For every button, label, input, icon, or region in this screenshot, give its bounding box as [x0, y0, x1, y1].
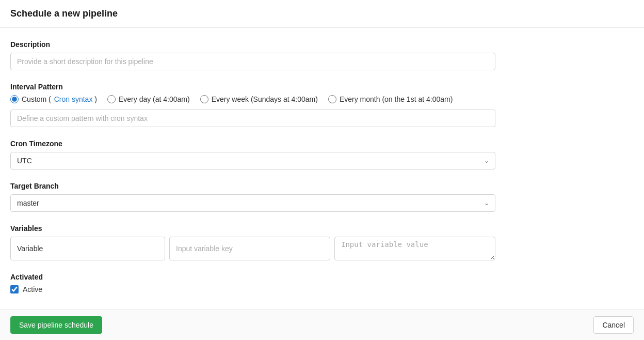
radio-monthly[interactable]	[328, 95, 336, 103]
section-divider	[0, 27, 644, 28]
variables-section: Variables	[10, 224, 634, 260]
description-input[interactable]	[10, 53, 495, 70]
cron-pattern-input[interactable]	[10, 110, 495, 127]
active-label: Active	[23, 285, 42, 293]
activated-label: Activated	[10, 273, 634, 281]
variable-value-input[interactable]	[334, 237, 495, 260]
variables-label: Variables	[10, 224, 634, 233]
active-checkbox[interactable]	[10, 285, 19, 293]
radio-custom[interactable]	[10, 95, 19, 103]
timezone-label: Cron Timezone	[10, 140, 634, 148]
interval-label: Interval Pattern	[10, 83, 634, 91]
cancel-button[interactable]: Cancel	[593, 316, 634, 334]
page-title: Schedule a new pipeline	[10, 8, 634, 19]
radio-option-custom[interactable]: Custom ( Cron syntax )	[10, 95, 97, 103]
branch-label: Target Branch	[10, 182, 634, 190]
interval-radio-group: Custom ( Cron syntax ) Every day (at 4:0…	[10, 95, 634, 103]
radio-weekly-label: Every week (Sundays at 4:00am)	[212, 95, 318, 103]
radio-monthly-label: Every month (on the 1st at 4:00am)	[340, 95, 453, 103]
variables-row	[10, 237, 495, 260]
branch-select-wrapper: master main develop staging ⌄	[10, 194, 495, 212]
timezone-select[interactable]: UTC America/New_York America/Los_Angeles…	[10, 152, 495, 169]
radio-option-monthly[interactable]: Every month (on the 1st at 4:00am)	[328, 95, 453, 103]
radio-daily-label: Every day (at 4:00am)	[119, 95, 190, 103]
description-label: Description	[10, 40, 634, 49]
description-section: Description	[10, 40, 634, 70]
footer-bar: Save pipeline schedule Cancel	[0, 310, 644, 340]
branch-section: Target Branch master main develop stagin…	[10, 182, 634, 212]
save-pipeline-button[interactable]: Save pipeline schedule	[10, 316, 102, 334]
radio-option-daily[interactable]: Every day (at 4:00am)	[107, 95, 190, 103]
radio-custom-label: Custom ( Cron syntax )	[22, 95, 97, 103]
radio-weekly[interactable]	[200, 95, 208, 103]
variable-type-input[interactable]	[10, 237, 165, 260]
radio-daily[interactable]	[107, 95, 116, 103]
variable-key-input[interactable]	[169, 237, 330, 260]
branch-select[interactable]: master main develop staging	[10, 194, 495, 212]
timezone-section: Cron Timezone UTC America/New_York Ameri…	[10, 140, 634, 169]
timezone-select-wrapper: UTC America/New_York America/Los_Angeles…	[10, 152, 495, 169]
cron-syntax-link[interactable]: Cron syntax	[54, 95, 93, 103]
activated-section: Activated Active	[10, 273, 634, 293]
active-checkbox-label[interactable]: Active	[10, 285, 634, 293]
radio-option-weekly[interactable]: Every week (Sundays at 4:00am)	[200, 95, 318, 103]
interval-section: Interval Pattern Custom ( Cron syntax ) …	[10, 83, 634, 127]
